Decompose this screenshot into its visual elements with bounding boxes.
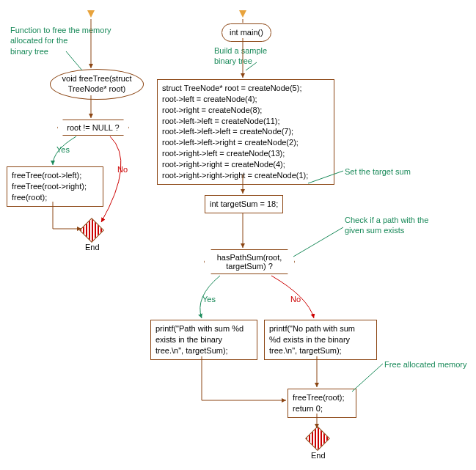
- start-arrow-left: [87, 10, 95, 18]
- annot-check: Check if a path with the given sum exist…: [345, 215, 428, 236]
- end-right: [305, 426, 330, 451]
- annot-build: Build a sample binary tree: [214, 45, 267, 67]
- svg-line-15: [293, 227, 343, 257]
- label-yes-left: Yes: [56, 145, 70, 154]
- end-right-label: End: [311, 450, 326, 460]
- annot-free-mem: Free allocated memory: [384, 359, 467, 370]
- free-body: freeTree(root->left); freeTree(root->rig…: [7, 166, 103, 207]
- freeTree-signature: void freeTree(struct TreeNode* root): [50, 69, 144, 100]
- cleanup-block: freeTree(root); return 0;: [288, 389, 356, 418]
- build-block: struct TreeNode* root = createNode(5); r…: [157, 79, 334, 185]
- annot-free-func: Function to free the memory allocated fo…: [10, 25, 111, 56]
- start-arrow-right: [239, 10, 246, 18]
- cond-haspathsum: hasPathSum(root, targetSum) ?: [204, 249, 295, 274]
- label-no-right: No: [290, 295, 301, 304]
- print-no: printf("No path with sum %d exists in th…: [264, 320, 377, 360]
- print-yes: printf("Path with sum %d exists in the b…: [150, 320, 257, 360]
- target-sum: int targetSum = 18;: [205, 195, 283, 213]
- svg-line-16: [352, 364, 383, 392]
- label-yes-right: Yes: [202, 295, 216, 304]
- label-no-left: No: [117, 165, 128, 174]
- end-left: [79, 218, 104, 243]
- main-node: int main(): [221, 23, 271, 42]
- annot-target: Set the target sum: [345, 166, 411, 177]
- end-left-label: End: [85, 242, 100, 252]
- cond-root-null: root != NULL ?: [57, 120, 129, 136]
